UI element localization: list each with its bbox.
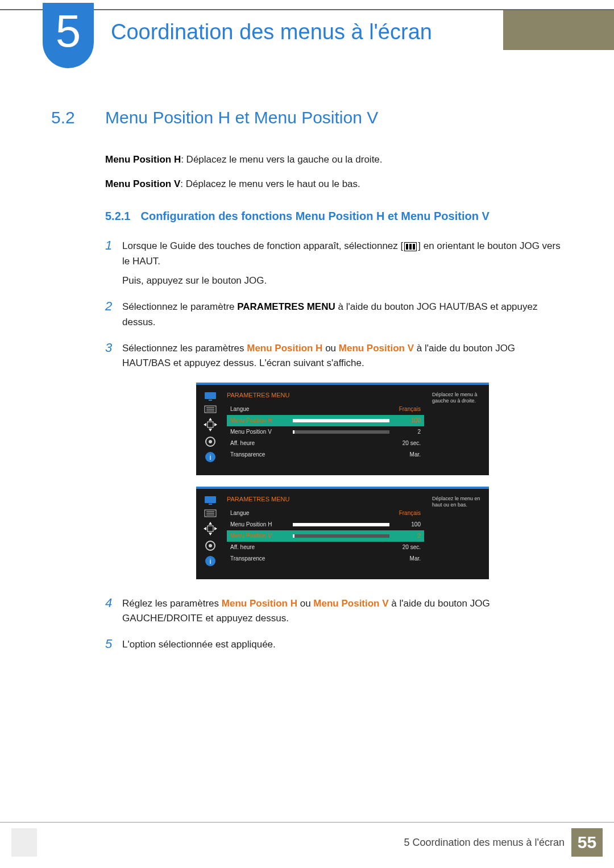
svg-point-31 xyxy=(209,544,212,547)
move-icon xyxy=(204,418,217,431)
header-accent-bar xyxy=(503,10,614,50)
monitor-icon xyxy=(204,392,217,401)
step-num: 5 xyxy=(105,637,122,657)
osd-row-pos-h: Menu Position H 100 xyxy=(227,415,424,426)
osd-row-pos-h: Menu Position H 100 xyxy=(227,519,424,530)
svg-marker-27 xyxy=(209,533,212,535)
osd-main: PARAMETRES MENU Langue Français Menu Pos… xyxy=(221,492,429,576)
svg-rect-25 xyxy=(208,526,213,531)
osd-tip-v: Déplacez le menu en haut ou en bas. xyxy=(429,492,486,576)
osd-row-transp: Transparence Mar. xyxy=(227,553,424,564)
svg-marker-28 xyxy=(204,527,206,530)
osd-screenshot-h: i PARAMETRES MENU Langue Français Menu P… xyxy=(196,383,489,475)
list-icon xyxy=(204,405,217,413)
svg-marker-29 xyxy=(214,527,217,530)
section-heading: 5.2 Menu Position H et Menu Position V xyxy=(51,108,563,127)
text-emph: Menu Position H xyxy=(247,343,322,354)
subsection-number: 5.2.1 xyxy=(105,210,130,222)
svg-rect-3 xyxy=(413,244,415,250)
gear-icon xyxy=(205,540,216,551)
desc-v-label: Menu Position V xyxy=(105,178,180,189)
text: L'option sélectionnée est appliquée. xyxy=(122,637,563,652)
svg-marker-11 xyxy=(209,418,212,421)
subsection-heading: 5.2.1Configuration des fonctions Menu Po… xyxy=(105,208,563,225)
desc-h: Menu Position H: Déplacez le menu vers l… xyxy=(105,153,563,167)
osd-row-aff: Aff. heure 20 sec. xyxy=(227,542,424,553)
svg-text:i: i xyxy=(210,557,211,566)
slider-bar xyxy=(293,523,389,526)
step-3: 3 Sélectionnez les paramètres Menu Posit… xyxy=(105,341,563,589)
text-emph: Menu Position H xyxy=(222,598,297,609)
step-5: 5 L'option sélectionnée est appliquée. xyxy=(105,637,563,657)
osd-title: PARAMETRES MENU xyxy=(227,495,424,504)
footer-page-number: 55 xyxy=(571,828,603,857)
page-content: 5.2 Menu Position H et Menu Position V M… xyxy=(51,108,563,664)
info-icon: i xyxy=(205,452,215,462)
svg-rect-2 xyxy=(409,244,412,250)
text: Lorsque le Guide des touches de fonction… xyxy=(122,240,403,251)
info-icon: i xyxy=(205,556,215,566)
svg-marker-26 xyxy=(209,522,212,525)
chapter-title: Coordination des menus à l'écran xyxy=(111,20,432,44)
desc-h-label: Menu Position H xyxy=(105,154,181,165)
gear-icon xyxy=(205,436,216,447)
svg-rect-5 xyxy=(209,400,212,401)
desc-h-text: : Déplacez le menu vers la gauche ou la … xyxy=(181,154,382,165)
text: ou xyxy=(322,343,338,354)
osd-row-pos-v: Menu Position V 2 xyxy=(227,426,424,438)
desc-v: Menu Position V: Déplacez le menu vers l… xyxy=(105,177,563,192)
slider-bar xyxy=(293,534,389,538)
svg-marker-12 xyxy=(209,429,212,431)
svg-rect-1 xyxy=(406,244,408,250)
osd-screenshot-v: i PARAMETRES MENU Langue Français Menu P… xyxy=(196,487,489,579)
slider-bar xyxy=(293,430,389,434)
osd-side-icons: i xyxy=(200,388,221,472)
svg-rect-10 xyxy=(208,422,213,427)
osd-row-pos-v: Menu Position V 2 xyxy=(227,530,424,542)
osd-row-transp: Transparence Mar. xyxy=(227,449,424,460)
list-icon xyxy=(204,509,217,517)
svg-rect-19 xyxy=(205,496,216,503)
step-body: Réglez les paramètres Menu Position H ou… xyxy=(122,596,563,631)
text: Sélectionnez le paramètre xyxy=(122,301,237,312)
osd-main: PARAMETRES MENU Langue Français Menu Pos… xyxy=(221,388,429,472)
text-bold: PARAMETRES MENU xyxy=(237,301,335,312)
text-emph: Menu Position V xyxy=(313,598,388,609)
menu-grid-icon xyxy=(404,242,417,251)
step-body: Lorsque le Guide des touches de fonction… xyxy=(122,239,563,293)
section-title: Menu Position H et Menu Position V xyxy=(105,108,378,127)
text: Réglez les paramètres xyxy=(122,598,222,609)
svg-point-16 xyxy=(209,440,212,443)
svg-text:i: i xyxy=(210,453,211,462)
text: Puis, appuyez sur le bouton JOG. xyxy=(122,273,563,288)
step-list: 1 Lorsque le Guide des touches de foncti… xyxy=(105,239,563,657)
svg-marker-13 xyxy=(204,423,206,426)
osd-tip-h: Déplacez le menu à gauche ou à droite. xyxy=(429,388,486,472)
text: ou xyxy=(297,598,313,609)
footer-bar: 5 Coordination des menus à l'écran 55 xyxy=(404,828,603,857)
step-num: 3 xyxy=(105,341,122,589)
footer-left-stripe xyxy=(11,828,37,857)
monitor-icon xyxy=(204,496,217,505)
step-body: L'option sélectionnée est appliquée. xyxy=(122,637,563,657)
footer-label: 5 Coordination des menus à l'écran xyxy=(404,837,565,849)
section-number: 5.2 xyxy=(51,108,105,127)
chapter-number: 5 xyxy=(56,6,81,56)
osd-side-icons: i xyxy=(200,492,221,576)
osd-row-langue: Langue Français xyxy=(227,404,424,415)
osd-row-langue: Langue Français xyxy=(227,508,424,519)
text-emph: Menu Position V xyxy=(339,343,414,354)
subsection-title: Configuration des fonctions Menu Positio… xyxy=(140,210,489,222)
desc-v-text: : Déplacez le menu vers le haut ou le ba… xyxy=(180,178,360,189)
step-4: 4 Réglez les paramètres Menu Position H … xyxy=(105,596,563,631)
svg-rect-20 xyxy=(209,504,212,505)
step-body: Sélectionnez les paramètres Menu Positio… xyxy=(122,341,563,589)
svg-marker-14 xyxy=(214,423,217,426)
svg-rect-4 xyxy=(205,392,216,399)
chapter-badge: 5 xyxy=(43,3,94,68)
step-num: 2 xyxy=(105,300,122,334)
slider-bar xyxy=(293,419,389,422)
step-1: 1 Lorsque le Guide des touches de foncti… xyxy=(105,239,563,293)
osd-title: PARAMETRES MENU xyxy=(227,391,424,400)
text: Sélectionnez les paramètres xyxy=(122,343,247,354)
